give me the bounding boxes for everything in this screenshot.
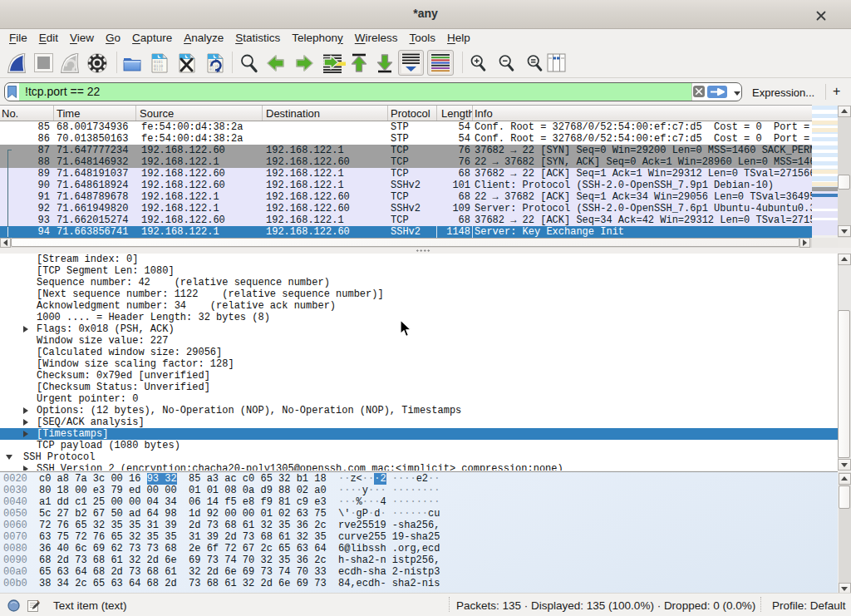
svg-text:0111: 0111 <box>154 67 163 71</box>
